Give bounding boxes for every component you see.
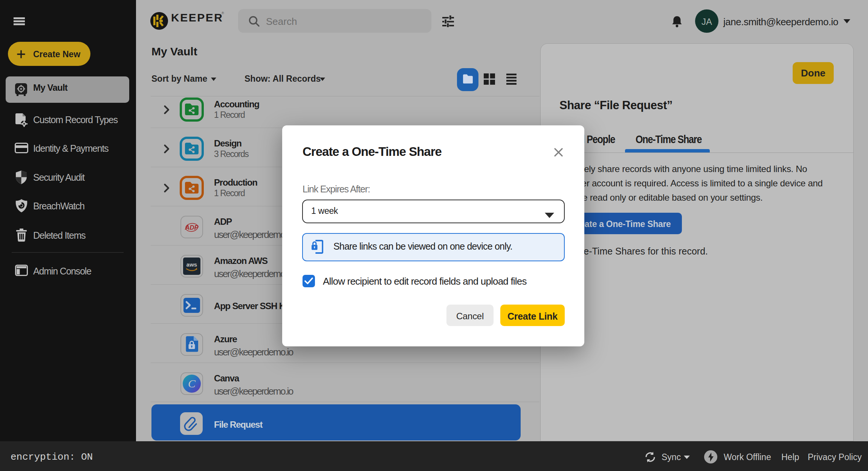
svg-text:C: C xyxy=(188,377,196,390)
svg-text:aws: aws xyxy=(186,261,197,268)
